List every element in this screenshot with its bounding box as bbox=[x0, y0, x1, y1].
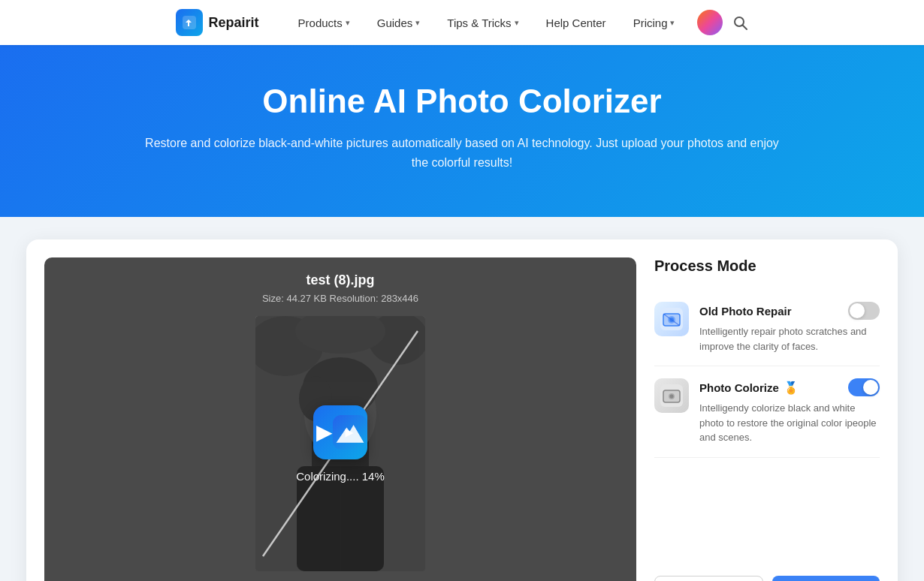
photo-panel: test (8).jpg Size: 44.27 KB Resolution: … bbox=[44, 257, 636, 581]
nav-guides[interactable]: Guides ▾ bbox=[367, 11, 431, 35]
process-mode-title: Process Mode bbox=[654, 257, 880, 275]
toggle-knob bbox=[850, 303, 865, 318]
avatar[interactable] bbox=[697, 10, 723, 35]
app-icon bbox=[313, 405, 367, 459]
chevron-down-icon: ▾ bbox=[515, 18, 519, 28]
nav-pricing-label: Pricing bbox=[633, 17, 668, 29]
change-photo-button[interactable]: Change Another Photo bbox=[654, 576, 763, 581]
repair-toggle[interactable] bbox=[848, 302, 880, 320]
mode-item-colorize: Photo Colorize 🏅 Intelligendy colorize b… bbox=[654, 366, 880, 458]
colorize-mode-header: Photo Colorize 🏅 bbox=[699, 378, 880, 396]
nav-help[interactable]: Help Center bbox=[536, 11, 617, 35]
repair-mode-header: Old Photo Repair bbox=[699, 302, 880, 320]
file-name: test (8).jpg bbox=[306, 272, 374, 288]
mode-item-repair: Old Photo Repair Intelligently repair ph… bbox=[654, 290, 880, 366]
colorize-mode-content: Photo Colorize 🏅 Intelligendy colorize b… bbox=[699, 378, 880, 445]
hero-subtitle: Restore and colorize black-and-white pic… bbox=[139, 134, 785, 172]
nav-products-label: Products bbox=[298, 17, 343, 29]
search-icon[interactable] bbox=[732, 14, 748, 31]
colorize-mode-name: Photo Colorize bbox=[699, 381, 779, 394]
bottom-buttons: Change Another Photo Start bbox=[654, 553, 880, 581]
navbar: Repairit Products ▾ Guides ▾ Tips & Tric… bbox=[0, 0, 924, 45]
chevron-down-icon: ▾ bbox=[670, 18, 675, 28]
nav-tips[interactable]: Tips & Tricks ▾ bbox=[436, 11, 529, 35]
svg-point-29 bbox=[670, 395, 674, 399]
nav-help-label: Help Center bbox=[546, 17, 606, 29]
hero-title: Online AI Photo Colorizer bbox=[15, 83, 909, 120]
colorize-toggle[interactable] bbox=[848, 378, 880, 396]
colorize-mode-icon bbox=[654, 378, 689, 413]
right-panel: Process Mode Old Photo Repair bbox=[654, 257, 880, 581]
logo-text: Repairit bbox=[209, 15, 259, 31]
nav-tips-label: Tips & Tricks bbox=[447, 17, 511, 29]
toggle-knob-on bbox=[863, 380, 878, 395]
repair-mode-name: Old Photo Repair bbox=[699, 305, 792, 318]
chevron-down-icon: ▾ bbox=[346, 18, 350, 28]
logo[interactable]: Repairit bbox=[176, 9, 259, 36]
colorize-mode-desc: Intelligendy colorize black and white ph… bbox=[699, 401, 880, 445]
hero-section: Online AI Photo Colorizer Restore and co… bbox=[0, 45, 924, 217]
photo-preview: Colorizing.... 14% bbox=[255, 316, 425, 571]
main-card: test (8).jpg Size: 44.27 KB Resolution: … bbox=[26, 239, 898, 581]
chevron-down-icon: ▾ bbox=[415, 18, 420, 28]
repair-mode-icon bbox=[654, 302, 689, 336]
repair-mode-content: Old Photo Repair Intelligently repair ph… bbox=[699, 302, 880, 354]
nav-pricing[interactable]: Pricing ▾ bbox=[623, 11, 686, 35]
nav-guides-label: Guides bbox=[377, 17, 413, 29]
nav-products[interactable]: Products ▾ bbox=[288, 11, 361, 35]
loading-overlay: Colorizing.... 14% bbox=[255, 316, 425, 571]
start-button[interactable]: Start bbox=[772, 576, 880, 581]
file-meta: Size: 44.27 KB Resolution: 283x446 bbox=[262, 293, 418, 304]
logo-icon bbox=[176, 9, 203, 36]
premium-badge: 🏅 bbox=[784, 381, 799, 395]
svg-line-2 bbox=[743, 26, 747, 30]
repair-mode-desc: Intelligently repair photo scratches and… bbox=[699, 324, 880, 354]
